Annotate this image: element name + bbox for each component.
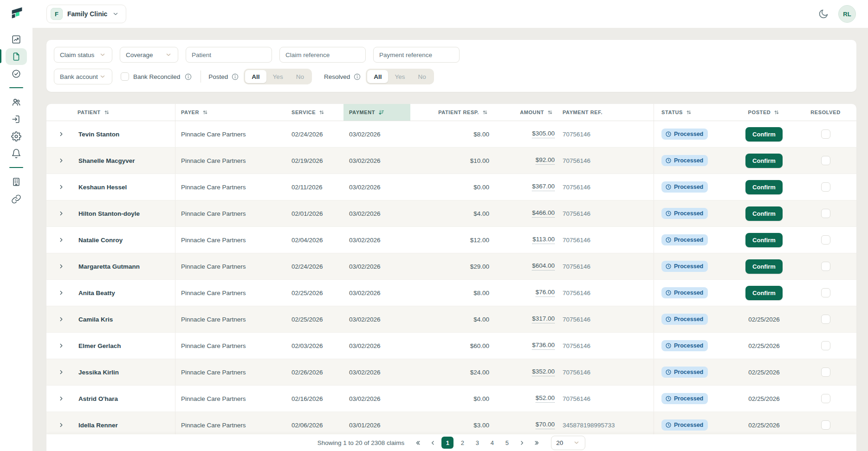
last-page-button[interactable] (531, 437, 543, 449)
clock-icon (665, 369, 672, 375)
resolved-segment-option-no[interactable]: No (411, 70, 432, 83)
payer-cell: Pinnacle Care Partners (175, 200, 286, 226)
first-page-button[interactable] (412, 437, 424, 449)
patient-search-input[interactable] (186, 47, 272, 63)
resolved-segment-option-all[interactable]: All (367, 70, 388, 83)
sidebar-item-integrations[interactable] (0, 190, 32, 207)
row-expand-button[interactable] (55, 155, 67, 167)
row-expand-button[interactable] (55, 419, 67, 431)
payment-reference-input[interactable] (373, 47, 460, 63)
status-badge: Processed (661, 155, 708, 166)
row-expand-button[interactable] (55, 181, 67, 193)
posted-segment-option-yes[interactable]: Yes (266, 70, 290, 83)
payment-ref-cell: 70756146 (557, 386, 654, 412)
row-expand-button[interactable] (55, 128, 67, 140)
table-row: Tevin StantonPinnacle Care Partners02/24… (46, 121, 856, 148)
sidebar-item-analytics[interactable] (0, 31, 32, 48)
sidebar-item-approvals[interactable] (0, 65, 32, 82)
page-button-3[interactable]: 3 (471, 437, 483, 449)
bank-account-select[interactable]: Bank account (54, 69, 112, 84)
payer-cell: Pinnacle Care Partners (175, 359, 286, 385)
patient-resp-cell: $0.00 (410, 386, 492, 412)
main-content: Claim status Coverage Bank account Bank … (32, 28, 868, 451)
clock-icon (665, 290, 672, 296)
resolved-segment-option-yes[interactable]: Yes (388, 70, 411, 83)
column-header-payer[interactable]: PAYER (175, 104, 286, 121)
posted-segment-option-no[interactable]: No (290, 70, 311, 83)
sidebar-item-settings[interactable] (0, 128, 32, 145)
amount-cell: $604.00 (492, 253, 557, 279)
top-bar: F Family Clinic RL (0, 0, 868, 28)
confirm-button[interactable]: Confirm (745, 286, 783, 300)
resolved-checkbox[interactable] (821, 262, 830, 271)
chevron-left-icon (429, 439, 436, 446)
resolved-checkbox[interactable] (821, 394, 830, 403)
chevron-right-icon (58, 210, 65, 217)
column-header-payment[interactable]: PAYMENT (343, 104, 410, 121)
table-row: Keshaun HesselPinnacle Care Partners02/1… (46, 174, 856, 200)
column-header-patient[interactable]: PATIENT (46, 104, 175, 121)
resolved-checkbox[interactable] (821, 156, 830, 165)
payment-date-cell: 03/02/2026 (343, 148, 410, 174)
confirm-button[interactable]: Confirm (745, 180, 783, 194)
coverage-select[interactable]: Coverage (120, 47, 178, 63)
payer-cell: Pinnacle Care Partners (175, 333, 286, 359)
user-avatar[interactable]: RL (838, 5, 856, 23)
sidebar-item-patients[interactable] (0, 93, 32, 110)
resolved-checkbox[interactable] (821, 367, 830, 377)
sidebar-item-notifications[interactable] (0, 145, 32, 162)
chevron-right-icon (58, 422, 65, 428)
column-header-status[interactable]: STATUS (654, 104, 733, 121)
resolved-checkbox[interactable] (821, 420, 830, 430)
resolved-checkbox[interactable] (821, 288, 830, 297)
row-expand-button[interactable] (55, 313, 67, 325)
confirm-button[interactable]: Confirm (745, 259, 783, 274)
row-expand-button[interactable] (55, 287, 67, 299)
row-expand-button[interactable] (55, 260, 67, 272)
organization-selector[interactable]: F Family Clinic (46, 5, 126, 23)
row-expand-button[interactable] (55, 234, 67, 246)
posted-segment-option-all[interactable]: All (245, 70, 266, 83)
status-cell: Processed (654, 386, 733, 412)
sidebar-item-organization[interactable] (0, 173, 32, 190)
patient-resp-cell: $29.00 (410, 253, 492, 279)
sidebar-item-claims[interactable] (0, 48, 32, 65)
page-button-2[interactable]: 2 (456, 437, 468, 449)
previous-page-button[interactable] (427, 437, 439, 449)
confirm-button[interactable]: Confirm (745, 154, 783, 168)
column-header-amount[interactable]: AMOUNT (492, 104, 557, 121)
bank-reconciled-checkbox[interactable] (121, 72, 129, 81)
resolved-checkbox[interactable] (821, 341, 830, 350)
confirm-button[interactable]: Confirm (745, 127, 783, 142)
amount-cell: $113.00 (492, 227, 557, 253)
page-button-5[interactable]: 5 (501, 437, 513, 449)
sidebar-item-intake[interactable] (0, 110, 32, 128)
page-size-select[interactable]: 20 (551, 436, 585, 450)
resolved-checkbox[interactable] (821, 129, 830, 139)
row-expand-button[interactable] (55, 340, 67, 352)
confirm-button[interactable]: Confirm (745, 206, 783, 221)
resolved-checkbox[interactable] (821, 209, 830, 218)
app-logo-icon (9, 6, 24, 21)
claim-status-select[interactable]: Claim status (54, 47, 112, 63)
page-button-4[interactable]: 4 (486, 437, 498, 449)
status-cell: Processed (654, 174, 733, 200)
row-expand-button[interactable] (55, 366, 67, 378)
resolved-checkbox[interactable] (821, 182, 830, 192)
resolved-cell (795, 386, 856, 412)
resolved-checkbox[interactable] (821, 315, 830, 324)
column-header-patient-resp[interactable]: PATIENT RESP. (410, 104, 492, 121)
resolved-checkbox[interactable] (821, 235, 830, 245)
confirm-button[interactable]: Confirm (745, 233, 783, 247)
column-header-posted[interactable]: POSTED (733, 104, 795, 121)
column-header-service[interactable]: SERVICE (286, 104, 343, 121)
row-expand-button[interactable] (55, 393, 67, 405)
claim-reference-input[interactable] (279, 47, 366, 63)
row-expand-button[interactable] (55, 207, 67, 219)
status-badge: Processed (661, 367, 708, 378)
chevron-down-icon (573, 439, 580, 446)
page-button-1[interactable]: 1 (441, 437, 453, 449)
table-row: Margaretta GutmannPinnacle Care Partners… (46, 253, 856, 280)
dark-mode-toggle[interactable] (818, 8, 829, 19)
next-page-button[interactable] (516, 437, 528, 449)
